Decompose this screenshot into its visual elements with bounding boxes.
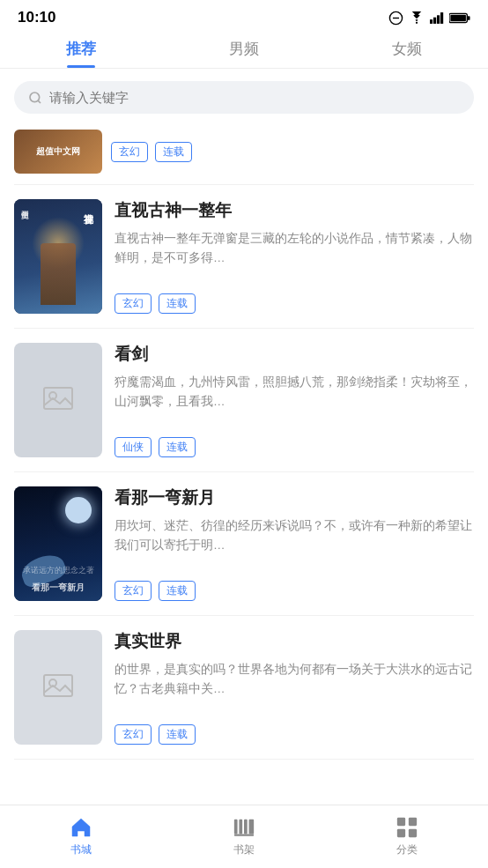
featured-banner-image: 超值中文网: [14, 130, 102, 174]
search-bar-wrap: [0, 69, 488, 126]
search-bar[interactable]: [14, 81, 474, 114]
book-info-kanjian: 看剑 狩魔需渴血，九州恃风雷，照胆撼八荒，那剑绕指柔！灾劫将至，山河飘零，且看我…: [115, 343, 474, 457]
svg-rect-3: [430, 19, 433, 24]
featured-banner[interactable]: 超值中文网 玄幻 连载: [14, 126, 474, 185]
svg-rect-4: [433, 17, 436, 23]
svg-rect-24: [409, 829, 417, 837]
nav-label-category: 分类: [396, 842, 418, 857]
shelf-icon: [233, 816, 255, 839]
book-desc: 直视古神一整年无弹窗是三藏的左轮的小说作品，情节紧凑，人物鲜明，是不可多得…: [115, 229, 474, 285]
svg-rect-19: [249, 820, 255, 835]
book-tags: 玄幻 连载: [115, 293, 474, 314]
book-info-kannayi: 看那一弯新月 用坎坷、迷茫、彷徨的经历来诉说吗？不，或许有一种新的希望让我们可以…: [115, 486, 474, 601]
book-cover-zhenshishijie: [14, 630, 102, 745]
placeholder-icon: [41, 384, 76, 416]
list-item[interactable]: 真实世界 的世界，是真实的吗？世界各地为何都有一场关于大洪水的远古记忆？古老典籍…: [14, 616, 474, 760]
svg-line-11: [38, 100, 41, 103]
book-list: 超值中文网 玄幻 连载 超值中文网 直视古神 直视古神一整年 直视古神一整年无弹…: [0, 126, 488, 760]
svg-rect-21: [397, 818, 405, 826]
book-cover-zhishi: 超值中文网 直视古神: [14, 199, 102, 314]
tab-male[interactable]: 男频: [163, 39, 326, 68]
search-icon: [28, 91, 42, 105]
dnd-icon: [388, 11, 403, 26]
book-title: 看那一弯新月: [115, 486, 474, 509]
battery-icon: [449, 12, 470, 24]
status-time: 10:10: [18, 9, 55, 26]
book-cover-kannayi: 看那一弯新月 承诺远方的思念之著: [14, 486, 102, 601]
category-icon: [396, 816, 418, 839]
top-tabs: 推荐 男频 女频: [0, 32, 488, 69]
svg-rect-12: [44, 388, 72, 409]
book-tag-status: 连载: [159, 437, 196, 457]
svg-rect-22: [409, 818, 417, 826]
book-tag-status: 连载: [159, 724, 196, 745]
tab-female[interactable]: 女频: [325, 39, 488, 68]
book-tag-genre: 玄幻: [115, 293, 152, 314]
svg-rect-5: [437, 15, 440, 24]
book-title: 真实世界: [115, 630, 474, 653]
svg-rect-9: [450, 14, 466, 20]
featured-tag-1: 连载: [155, 142, 192, 162]
featured-tags: 玄幻 连载: [111, 142, 192, 162]
svg-rect-23: [397, 829, 405, 837]
book-desc: 用坎坷、迷茫、彷徨的经历来诉说吗？不，或许有一种新的希望让我们可以寄托于明…: [115, 516, 474, 572]
svg-rect-14: [44, 675, 72, 696]
placeholder-icon: [41, 671, 76, 703]
book-tag-status: 连载: [159, 293, 196, 314]
wifi-icon: [409, 11, 425, 25]
nav-item-category[interactable]: 分类: [325, 816, 488, 857]
nav-item-bookstore[interactable]: 书城: [0, 816, 163, 857]
nav-label-shelf: 书架: [233, 842, 255, 857]
bottom-nav: 书城 书架 分类: [0, 805, 488, 868]
svg-rect-20: [234, 834, 254, 835]
book-tag-genre: 玄幻: [115, 581, 152, 601]
book-tag-status: 连载: [159, 581, 196, 601]
nav-label-bookstore: 书城: [70, 842, 92, 857]
book-tags: 玄幻 连载: [115, 581, 474, 601]
book-desc: 的世界，是真实的吗？世界各地为何都有一场关于大洪水的远古记忆？古老典籍中关…: [115, 660, 474, 716]
status-icons: [388, 11, 470, 26]
list-item[interactable]: 看剑 狩魔需渴血，九州恃风雷，照胆撼八荒，那剑绕指柔！灾劫将至，山河飘零，且看我…: [14, 329, 474, 472]
home-icon: [70, 816, 92, 839]
book-tags: 玄幻 连载: [115, 724, 474, 745]
book-info-zhenshishijie: 真实世界 的世界，是真实的吗？世界各地为何都有一场关于大洪水的远古记忆？古老典籍…: [115, 630, 474, 745]
book-title: 直视古神一整年: [115, 199, 474, 222]
book-tag-genre: 玄幻: [115, 724, 152, 745]
tab-recommend[interactable]: 推荐: [0, 39, 163, 68]
status-bar: 10:10: [0, 0, 488, 32]
featured-tag-0: 玄幻: [111, 142, 148, 162]
book-desc: 狩魔需渴血，九州恃风雷，照胆撼八荒，那剑绕指柔！灾劫将至，山河飘零，且看我…: [115, 373, 474, 428]
list-item[interactable]: 看那一弯新月 承诺远方的思念之著 看那一弯新月 用坎坷、迷茫、彷徨的经历来诉说吗…: [14, 472, 474, 616]
book-title: 看剑: [115, 343, 474, 366]
book-tag-genre: 仙侠: [115, 437, 152, 457]
search-input[interactable]: [49, 90, 460, 105]
svg-rect-18: [244, 820, 248, 835]
book-tags: 仙侠 连载: [115, 437, 474, 457]
svg-point-10: [30, 93, 40, 102]
list-item[interactable]: 超值中文网 直视古神 直视古神一整年 直视古神一整年无弹窗是三藏的左轮的小说作品…: [14, 185, 474, 329]
svg-rect-6: [440, 12, 443, 24]
svg-rect-16: [234, 820, 238, 835]
signal-icon: [430, 11, 444, 25]
svg-rect-8: [468, 16, 470, 20]
svg-point-2: [416, 21, 418, 23]
nav-item-shelf[interactable]: 书架: [163, 816, 326, 857]
book-info-zhishi: 直视古神一整年 直视古神一整年无弹窗是三藏的左轮的小说作品，情节紧凑，人物鲜明，…: [115, 199, 474, 314]
book-cover-kanjian: [14, 343, 102, 457]
svg-rect-17: [239, 820, 242, 835]
